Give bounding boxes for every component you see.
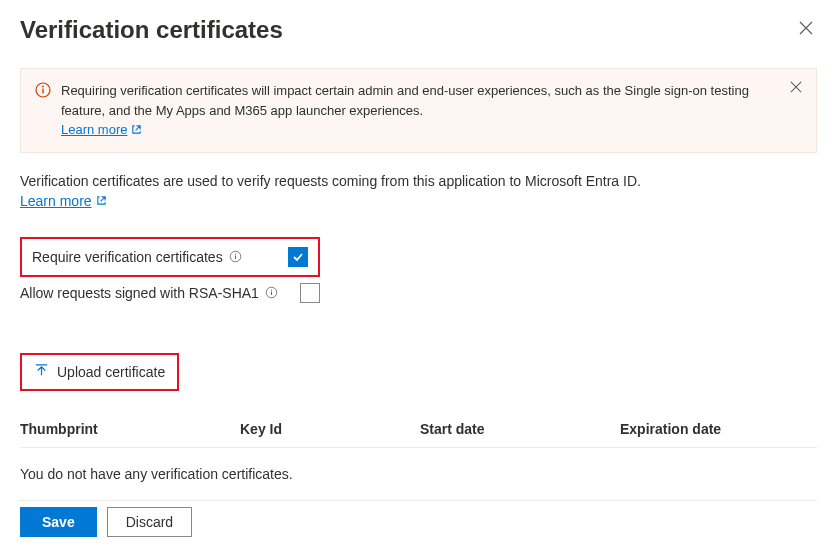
allow-rsa-label: Allow requests signed with RSA-SHA1 (20, 285, 259, 301)
svg-rect-8 (271, 292, 272, 295)
allow-rsa-label-group: Allow requests signed with RSA-SHA1 (20, 285, 278, 301)
upload-icon (34, 363, 49, 381)
info-icon (35, 82, 51, 101)
require-certificates-checkbox[interactable] (288, 247, 308, 267)
info-tooltip-icon[interactable] (265, 286, 278, 299)
description-learn-more-link[interactable]: Learn more (20, 193, 107, 209)
description-learn-more-row: Learn more (20, 193, 817, 209)
checkmark-icon (291, 250, 305, 264)
upload-highlight: Upload certificate (20, 353, 179, 391)
external-link-icon (96, 195, 107, 206)
column-expiration-date: Expiration date (620, 421, 817, 437)
allow-rsa-row: Allow requests signed with RSA-SHA1 (20, 283, 320, 303)
info-banner: Requiring verification certificates will… (20, 68, 817, 153)
column-start-date: Start date (420, 421, 620, 437)
svg-point-4 (234, 253, 235, 254)
upload-certificate-button[interactable]: Upload certificate (34, 363, 165, 381)
panel-header: Verification certificates (20, 16, 817, 44)
close-icon (799, 21, 813, 35)
banner-learn-more-label: Learn more (61, 120, 127, 140)
allow-rsa-checkbox[interactable] (300, 283, 320, 303)
footer-actions: Save Discard (20, 507, 192, 537)
banner-content: Requiring verification certificates will… (61, 81, 780, 140)
svg-point-7 (271, 289, 272, 290)
description-learn-more-label: Learn more (20, 193, 92, 209)
require-certificates-label: Require verification certificates (32, 249, 223, 265)
certificates-table-header: Thumbprint Key Id Start date Expiration … (20, 409, 817, 448)
column-key-id: Key Id (240, 421, 420, 437)
banner-text: Requiring verification certificates will… (61, 83, 749, 118)
external-link-icon (131, 124, 142, 135)
description-text: Verification certificates are used to ve… (20, 173, 817, 189)
upload-section: Upload certificate (20, 353, 817, 391)
column-thumbprint: Thumbprint (20, 421, 240, 437)
require-certificates-label-group: Require verification certificates (32, 249, 242, 265)
close-button[interactable] (795, 17, 817, 43)
require-certificates-row: Require verification certificates (20, 237, 320, 277)
page-title: Verification certificates (20, 16, 283, 44)
upload-certificate-label: Upload certificate (57, 364, 165, 380)
table-empty-state: You do not have any verification certifi… (20, 448, 817, 501)
svg-rect-2 (42, 89, 43, 94)
info-tooltip-icon[interactable] (229, 250, 242, 263)
banner-learn-more-link[interactable]: Learn more (61, 120, 142, 140)
svg-point-1 (42, 86, 44, 88)
discard-button[interactable]: Discard (107, 507, 192, 537)
svg-rect-5 (235, 256, 236, 259)
close-icon (790, 81, 802, 93)
save-button[interactable]: Save (20, 507, 97, 537)
banner-close-button[interactable] (790, 81, 802, 96)
